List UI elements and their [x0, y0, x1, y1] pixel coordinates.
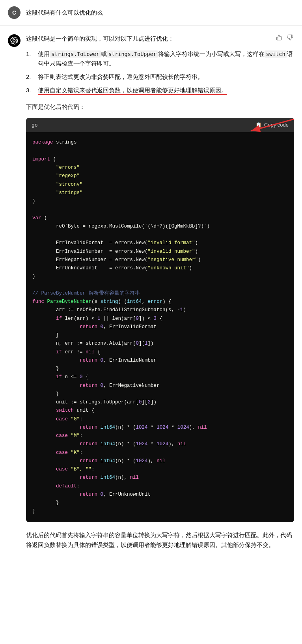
thumbs-down-button[interactable]	[286, 34, 294, 43]
code-block-header: go 📋 Copy code	[26, 118, 294, 133]
copy-icon: 📋	[255, 122, 262, 128]
summary-text: 优化后的代码首先将输入字符串的容量单位转换为大写字符，然后根据大写字符进行匹配。…	[26, 530, 294, 550]
list-number-1: 1.	[26, 49, 35, 59]
thumbs-up-icon	[276, 34, 282, 41]
intro-text: 这段代码是一个简单的实现，可以对以下几点进行优化：	[26, 34, 294, 44]
list-number-3: 3.	[26, 86, 35, 95]
inline-code-toupper: strings.ToUpper	[107, 50, 158, 58]
code-lang-label: go	[32, 121, 38, 129]
user-message-bar: C 这段代码有什么可以优化的么	[0, 0, 302, 26]
code-pre: package strings import ( "errors" "regex…	[32, 138, 288, 515]
avatar-letter: C	[12, 8, 16, 17]
list-item: 1. 使用strings.ToLower或strings.ToUpper将输入字…	[26, 49, 294, 68]
list-item: 3. 使用自定义错误来替代返回负数，以便调用者能够更好地理解错误原因。	[26, 86, 294, 95]
inline-code-tolower: strings.ToLower	[50, 50, 101, 58]
user-message-text: 这段代码有什么可以优化的么	[26, 8, 103, 17]
underlined-text: 使用自定义错误来替代返回负数，以便调用者能够更好地理解错误原因。	[38, 87, 227, 95]
list-text-2: 将正则表达式更改为非贪婪匹配，避免意外匹配较长的字符串。	[38, 72, 294, 82]
optimization-list: 1. 使用strings.ToLower或strings.ToUpper将输入字…	[26, 49, 294, 95]
assistant-content-area: 这段代码是一个简单的实现，可以对以下几点进行优化： 1. 使用strings.T…	[26, 34, 294, 550]
list-text-3: 使用自定义错误来替代返回负数，以便调用者能够更好地理解错误原因。	[38, 86, 294, 95]
assistant-message: 这段代码是一个简单的实现，可以对以下几点进行优化： 1. 使用strings.T…	[0, 26, 302, 556]
copy-code-button[interactable]: 📋 Copy code	[255, 122, 289, 128]
thumbs-down-icon	[287, 34, 293, 41]
list-text-1: 使用strings.ToLower或strings.ToUpper将输入字符串统…	[38, 49, 294, 68]
user-avatar: C	[8, 6, 21, 19]
copy-code-label: Copy code	[264, 122, 289, 128]
code-block-wrapper: go 📋 Copy code package strings import ( …	[26, 118, 294, 522]
feedback-buttons	[275, 34, 294, 43]
below-list-text: 下面是优化后的代码：	[26, 102, 294, 112]
code-content-area: package strings import ( "errors" "regex…	[26, 132, 294, 522]
thumbs-up-button[interactable]	[275, 34, 283, 43]
list-item: 2. 将正则表达式更改为非贪婪匹配，避免意外匹配较长的字符串。	[26, 72, 294, 82]
assistant-avatar	[8, 34, 21, 47]
openai-logo-icon	[10, 37, 18, 45]
inline-code-switch: switch	[265, 50, 287, 58]
list-number-2: 2.	[26, 72, 35, 82]
